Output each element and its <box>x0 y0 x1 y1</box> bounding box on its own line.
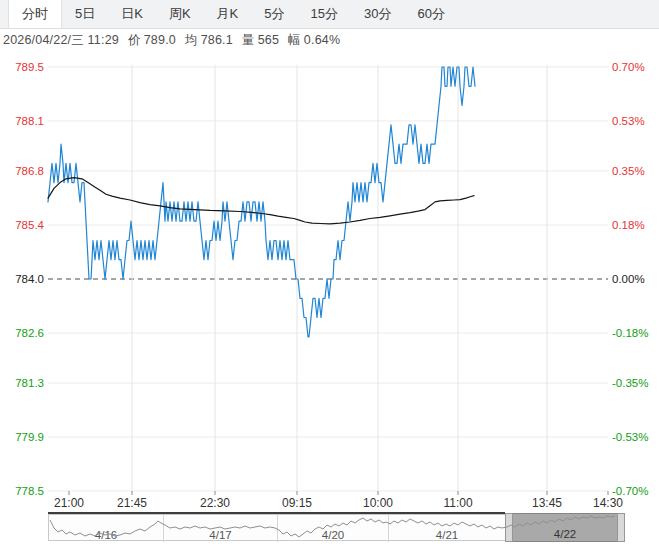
intraday-chart-canvas[interactable] <box>0 0 659 546</box>
y-axis-label-right: 0.70% <box>612 61 645 73</box>
x-axis-label: 22:30 <box>200 497 230 509</box>
nav-date-label: 4/17 <box>164 529 277 541</box>
nav-section-4-17[interactable]: 4/17 <box>164 515 278 542</box>
nav-handle-left[interactable] <box>505 513 513 542</box>
nav-date-label: 4/16 <box>49 529 163 541</box>
date-navigator[interactable]: 4/164/174/204/214/224/22 <box>48 514 623 541</box>
y-axis-label-left: 788.1 <box>0 115 44 127</box>
y-axis-label-right: 0.53% <box>612 115 645 127</box>
x-axis-label: 09:15 <box>282 497 312 509</box>
x-axis-label: 13:45 <box>532 497 562 509</box>
nav-date-label-selected: 4/22 <box>507 528 623 540</box>
intraday-chart-window: 分时5日日K周K月K5分15分30分60分 2026/04/22/三 11:29… <box>0 0 659 546</box>
nav-selected-window[interactable]: 4/22 <box>506 513 624 542</box>
x-axis-label: 21:00 <box>54 497 84 509</box>
y-axis-label-left: 785.4 <box>0 219 44 231</box>
y-axis-label-left: 781.3 <box>0 377 44 389</box>
y-axis-label-right: -0.53% <box>612 431 648 443</box>
y-axis-label-right: 0.18% <box>612 219 645 231</box>
y-axis-label-left: 778.5 <box>0 485 44 497</box>
y-axis-label-left: 789.5 <box>0 61 44 73</box>
x-axis-label: 14:30 <box>593 497 623 509</box>
x-axis-label: 11:00 <box>443 497 472 509</box>
y-axis-label-right: 0.35% <box>612 165 645 177</box>
nav-handle-right[interactable] <box>617 513 625 542</box>
nav-section-4-21[interactable]: 4/21 <box>389 515 506 542</box>
nav-section-4-20[interactable]: 4/20 <box>278 515 389 542</box>
y-axis-label-left: 779.9 <box>0 431 44 443</box>
y-axis-label-left: 786.8 <box>0 165 44 177</box>
nav-date-label: 4/21 <box>389 529 505 541</box>
y-axis-label-right: -0.35% <box>612 377 648 389</box>
nav-section-4-16[interactable]: 4/16 <box>49 515 164 542</box>
y-axis-label-left: 782.6 <box>0 327 44 339</box>
x-axis-label: 10:00 <box>363 497 393 509</box>
y-axis-label-left: 784.0 <box>0 273 44 285</box>
nav-date-label: 4/20 <box>278 529 388 541</box>
y-axis-label-right: -0.18% <box>612 327 648 339</box>
x-axis-label: 21:45 <box>117 497 147 509</box>
y-axis-label-right: 0.00% <box>612 273 645 285</box>
